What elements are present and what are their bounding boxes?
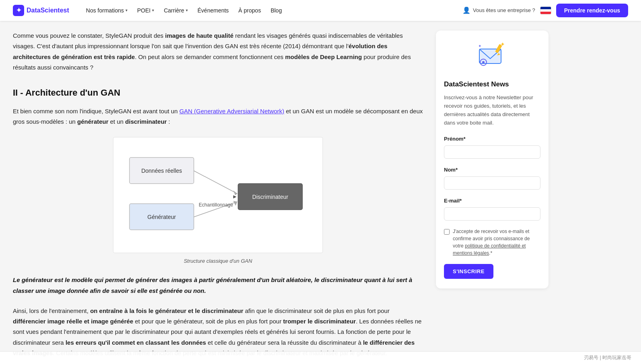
newsletter-card: ✦ ✦ DataScientest News Inscrivez-vous à … [436, 31, 549, 288]
bold-tromper: tromper le discriminateur [283, 318, 356, 325]
nav-item-carriere[interactable]: Carrière ▾ [160, 4, 192, 17]
svg-marker-7 [233, 190, 237, 195]
bottom-para: Ainsi, lors de l'entrainement, on entraî… [13, 306, 423, 358]
bold-generateur: générateur [77, 118, 109, 125]
language-flag[interactable] [540, 6, 551, 14]
chevron-down-icon: ▾ [125, 7, 127, 14]
consent-checkbox[interactable] [444, 229, 450, 235]
chevron-down-icon: ▾ [186, 7, 188, 14]
email-input[interactable] [444, 207, 540, 221]
logo-icon: ✦ [13, 5, 24, 16]
bold-discriminateur: discriminateur [125, 118, 166, 125]
email-group: E-mail* [444, 197, 540, 226]
nav-right: 👤 Vous êtes une entreprise ? Prendre ren… [462, 4, 628, 17]
nav-item-apropos[interactable]: À propos [234, 4, 265, 17]
enterprise-link[interactable]: 👤 Vous êtes une entreprise ? [462, 5, 535, 16]
svg-text:Données réelles: Données réelles [141, 168, 182, 174]
bottom-bar-text: 刃易号 | 时尚玩家岳哥 [584, 354, 631, 362]
diagram-caption: Structure classique d'un GAN [184, 257, 252, 266]
nav-item-evenements[interactable]: Événements [193, 4, 233, 17]
gan-link[interactable]: GAN (Generative Adversiarial Network) [179, 108, 284, 115]
sidebar: ✦ ✦ DataScientest News Inscrivez-vous à … [436, 31, 549, 364]
consent-label: J'accepte de recevoir vos e-mails et con… [453, 228, 540, 257]
logo[interactable]: ✦ DataScientest [13, 5, 69, 16]
bold-entrainer: on entraîne à la fois le générateur et l… [90, 307, 243, 314]
bold-deep-learning: modèles de Deep Learning [285, 53, 362, 60]
prenom-group: Prénom* [444, 135, 540, 164]
page-wrapper: Comme vous pouvez le constater, StyleGAN… [0, 21, 641, 364]
svg-point-17 [482, 61, 485, 63]
gan-diagram-container: Données réelles Générateur Discriminateu… [13, 137, 423, 266]
bold-images-haute-qualite: images de haute qualité [165, 32, 234, 39]
sidebar-description: Inscrivez-vous à notre Newsletter pour r… [444, 94, 540, 127]
svg-marker-9 [233, 201, 237, 206]
svg-marker-11 [233, 195, 236, 198]
consent-row: J'accepte de recevoir vos e-mails et con… [444, 228, 540, 257]
main-content: Comme vous pouvez le constater, StyleGAN… [13, 31, 423, 364]
prenom-label: Prénom* [444, 135, 540, 143]
bold-erreurs: les erreurs qu'il commet en classant les… [66, 339, 206, 346]
svg-text:Discriminateur: Discriminateur [252, 194, 288, 200]
gan-diagram-svg: Données réelles Générateur Discriminateu… [121, 145, 314, 242]
navbar: ✦ DataScientest Nos formations ▾ POEI ▾ … [0, 0, 641, 21]
nav-item-blog[interactable]: Blog [267, 4, 286, 17]
svg-line-6 [194, 171, 237, 194]
nom-group: Nom* [444, 166, 540, 195]
chevron-down-icon: ▾ [152, 7, 154, 14]
nom-label: Nom* [444, 166, 540, 174]
nav-item-poei[interactable]: POEI ▾ [133, 4, 158, 17]
svg-text:✦: ✦ [500, 41, 505, 47]
subscribe-button[interactable]: S'INSCRIRE [444, 264, 493, 279]
svg-text:✦: ✦ [478, 44, 481, 48]
prenom-input[interactable] [444, 145, 540, 159]
section-intro-para: Et bien comme son nom l'indique, StyleGA… [13, 106, 423, 127]
italic-block: Le générateur est le modèle qui permet d… [13, 275, 423, 296]
sidebar-icon-row: ✦ ✦ [444, 40, 540, 72]
nav-links: Nos formations ▾ POEI ▾ Carrière ▾ Événe… [82, 4, 462, 17]
intro-paragraph: Comme vous pouvez le constater, StyleGAN… [13, 31, 423, 73]
cta-button[interactable]: Prendre rendez-vous [556, 4, 628, 17]
logo-text: DataScientest [27, 5, 69, 16]
newsletter-icon: ✦ ✦ [476, 40, 508, 72]
svg-text:Echantillonnage: Echantillonnage [199, 202, 233, 208]
bottom-bar: 刃易号 | 时尚玩家岳哥 [0, 351, 641, 364]
nav-item-formations[interactable]: Nos formations ▾ [82, 4, 131, 17]
bold-differencier: différencier image réelle et image génér… [13, 318, 133, 325]
sidebar-title: DataScientest News [444, 79, 540, 90]
svg-text:Générateur: Générateur [148, 214, 176, 220]
section-heading: II - Architecture d'un GAN [13, 86, 423, 100]
email-label: E-mail* [444, 197, 540, 205]
privacy-link[interactable]: politique de confidentialité et mentions… [453, 243, 526, 256]
nom-input[interactable] [444, 176, 540, 190]
diagram-svg-wrap: Données réelles Générateur Discriminateu… [113, 137, 323, 253]
